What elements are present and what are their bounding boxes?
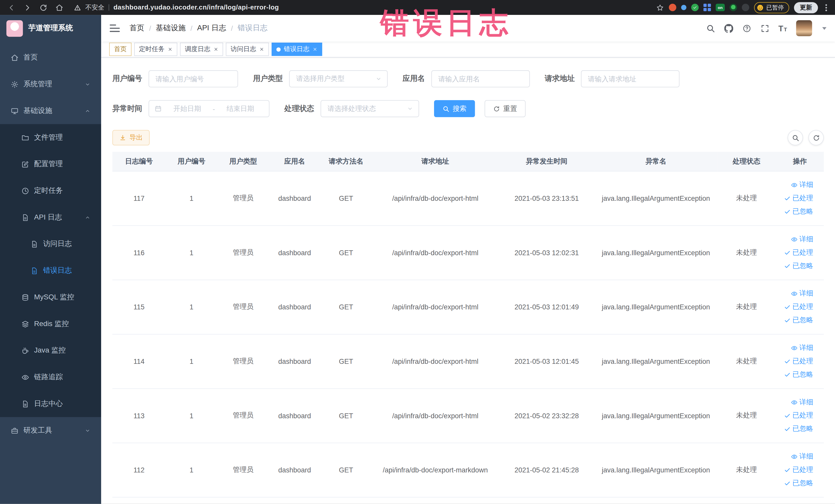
user-type-placeholder: 请选择用户类型 (296, 74, 345, 83)
mark-ignored-link[interactable]: 已忽略 (784, 261, 813, 270)
app-name-input[interactable] (431, 70, 530, 87)
detail-link[interactable]: 详细 (791, 288, 813, 298)
sidebar-item-mysql-monitor[interactable]: MySQL 监控 (0, 284, 101, 311)
font-size-icon[interactable]: TT (778, 24, 787, 33)
cell-process-status: 未处理 (717, 334, 776, 388)
mark-processed-link[interactable]: 已处理 (784, 356, 813, 366)
tab-bar: 首页 定时任务 调度日志 访问日志 错误日志 (101, 42, 835, 58)
col-header-exception-time: 异常发生时间 (499, 152, 595, 171)
toggle-search-button[interactable] (788, 130, 803, 145)
mark-ignored-link[interactable]: 已忽略 (784, 370, 813, 379)
breadcrumb-item-home[interactable]: 首页 (129, 23, 144, 33)
tab-dispatch-log[interactable]: 调度日志 (180, 43, 223, 56)
cell-log-id: 114 (113, 334, 166, 388)
sidebar-item-trace[interactable]: 链路追踪 (0, 364, 101, 390)
sidebar-item-infrastructure[interactable]: 基础设施 (0, 98, 101, 124)
address-bar[interactable]: 不安全 dashboard.yudao.iocoder.cn/infra/log… (74, 3, 279, 12)
mark-processed-link[interactable]: 已处理 (784, 193, 813, 203)
close-icon[interactable] (213, 47, 219, 52)
mark-ignored-link[interactable]: 已忽略 (784, 207, 813, 216)
sidebar-item-home[interactable]: 首页 (0, 44, 101, 71)
extension-icon-blue-small[interactable] (681, 5, 686, 10)
close-icon[interactable] (313, 47, 318, 52)
extension-icon-green-leaf[interactable] (730, 4, 737, 11)
check-icon (784, 466, 791, 473)
process-status-select[interactable]: 请选择处理状态 (321, 100, 419, 117)
detail-link[interactable]: 详细 (791, 235, 813, 244)
filter-row-1: 用户编号 用户类型 请选择用户类型 应用名 (113, 70, 824, 87)
close-icon[interactable] (168, 47, 172, 52)
fullscreen-icon[interactable] (760, 24, 769, 33)
cell-user-type: 管理员 (218, 280, 269, 334)
extension-icon-on-badge[interactable]: on (716, 4, 725, 11)
table-row: 117 1 管理员 dashboard GET /api/infra/db-do… (113, 171, 824, 225)
sidebar-item-label: 访问日志 (43, 239, 72, 248)
mark-ignored-link[interactable]: 已忽略 (784, 315, 813, 325)
forward-icon[interactable] (23, 3, 31, 11)
hamburger-icon[interactable] (109, 24, 120, 32)
detail-link[interactable]: 详细 (791, 343, 813, 352)
tab-scheduled-jobs[interactable]: 定时任务 (134, 43, 177, 56)
sidebar-item-java-monitor[interactable]: Java 监控 (0, 337, 101, 364)
detail-link[interactable]: 详细 (791, 398, 813, 407)
browser-menu-icon[interactable] (823, 4, 830, 11)
exception-time-range-picker[interactable]: 开始日期 - 结束日期 (149, 100, 269, 117)
tab-access-log[interactable]: 访问日志 (226, 43, 269, 56)
mark-processed-link[interactable]: 已处理 (784, 248, 813, 257)
gear-icon (11, 80, 19, 88)
sidebar-item-scheduled-jobs[interactable]: 定时任务 (0, 177, 101, 204)
breadcrumb-item-api-log[interactable]: API 日志 (197, 23, 226, 33)
extension-icon-green-check[interactable] (691, 4, 699, 11)
user-id-input[interactable] (149, 70, 238, 87)
tab-error-log[interactable]: 错误日志 (271, 43, 322, 56)
tab-home[interactable]: 首页 (109, 43, 131, 56)
mark-processed-link[interactable]: 已处理 (784, 411, 813, 420)
mark-processed-link[interactable]: 已处理 (784, 465, 813, 475)
search-button[interactable]: 搜索 (434, 100, 475, 117)
address-divider (108, 4, 109, 11)
sidebar-item-error-log[interactable]: 错误日志 (0, 257, 101, 284)
sidebar-item-redis-monitor[interactable]: Redis 监控 (0, 310, 101, 337)
cell-user-type: 管理员 (218, 334, 269, 388)
export-button[interactable]: 导出 (113, 130, 150, 145)
caret-down-icon[interactable] (822, 27, 827, 29)
check-icon (784, 371, 791, 378)
close-icon[interactable] (259, 47, 264, 52)
detail-link[interactable]: 详细 (791, 451, 813, 461)
sidebar-item-config-mgmt[interactable]: 配置管理 (0, 151, 101, 177)
sidebar-item-dev-tools[interactable]: 研发工具 (0, 417, 101, 444)
sidebar-item-access-log[interactable]: 访问日志 (0, 230, 101, 257)
extension-paused-button[interactable]: 已暂停 (754, 2, 789, 13)
breadcrumb-item-infrastructure[interactable]: 基础设施 (156, 23, 186, 33)
sidebar-item-file-mgmt[interactable]: 文件管理 (0, 124, 101, 151)
sidebar-item-log-center[interactable]: 日志中心 (0, 390, 101, 417)
extension-icon-orange[interactable] (669, 4, 676, 11)
bookmark-star-icon[interactable] (656, 3, 664, 11)
mark-ignored-link[interactable]: 已忽略 (784, 478, 813, 488)
reload-icon[interactable] (40, 3, 47, 11)
browser-home-icon[interactable] (56, 3, 63, 11)
back-icon[interactable] (7, 3, 15, 11)
detail-link[interactable]: 详细 (791, 180, 813, 189)
col-header-method: 请求方法名 (320, 152, 372, 171)
browser-update-button[interactable]: 更新 (794, 2, 818, 13)
cell-process-status: 未处理 (717, 443, 776, 497)
sidebar-item-label: 配置管理 (34, 159, 63, 169)
mark-ignored-link[interactable]: 已忽略 (784, 424, 813, 434)
mark-processed-link[interactable]: 已处理 (784, 302, 813, 311)
sidebar-item-api-log[interactable]: API 日志 (0, 204, 101, 231)
user-avatar[interactable] (796, 20, 812, 36)
github-icon[interactable] (724, 24, 733, 33)
extension-icon-blue-grid[interactable] (704, 4, 711, 11)
user-type-select[interactable]: 请选择用户类型 (289, 70, 388, 87)
sidebar-item-system-mgmt[interactable]: 系统管理 (0, 71, 101, 98)
search-icon[interactable] (706, 24, 715, 33)
sidebar-item-label: 链路追踪 (34, 372, 63, 382)
chevron-down-icon (85, 427, 90, 434)
request-url-input[interactable] (581, 70, 679, 87)
help-icon[interactable] (742, 24, 751, 33)
refresh-button[interactable] (808, 130, 824, 145)
extension-icon-paw[interactable] (742, 4, 749, 11)
cell-exception-time: 2021-05-02 21:45:28 (499, 443, 595, 497)
reset-button[interactable]: 重置 (485, 100, 526, 117)
